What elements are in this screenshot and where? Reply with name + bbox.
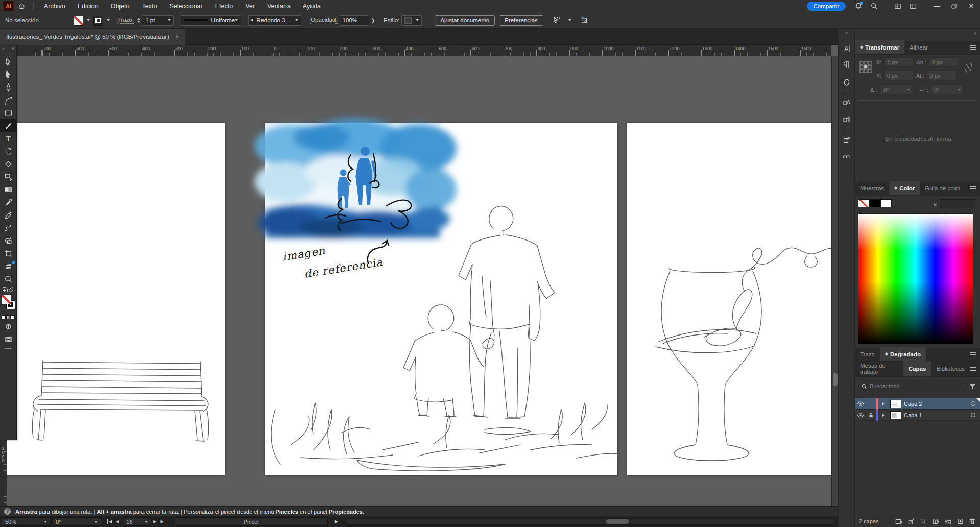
stroke-profile-select[interactable]: Uniforme: [181, 15, 241, 26]
color-mode-icon[interactable]: [2, 315, 6, 319]
strip-collapse-icon[interactable]: «: [839, 29, 854, 36]
direct-selection-tool[interactable]: [0, 68, 17, 81]
type-tool[interactable]: T: [0, 132, 17, 145]
preferences-button[interactable]: Preferencias: [499, 15, 543, 26]
screen-mode-button[interactable]: [0, 333, 17, 346]
hex-input[interactable]: [940, 199, 975, 208]
default-fill-stroke-icon[interactable]: [2, 286, 8, 293]
new-sublayer-icon[interactable]: [942, 516, 954, 526]
reference-point-grid-icon[interactable]: [859, 60, 872, 74]
filter-funnel-icon[interactable]: [969, 382, 976, 390]
artboard-tool[interactable]: [0, 247, 17, 260]
gradient-mode-icon[interactable]: [6, 315, 10, 319]
drawing-modes-button[interactable]: [0, 320, 17, 333]
document-tab-close-icon[interactable]: ×: [175, 33, 179, 40]
restore-button[interactable]: [945, 0, 963, 12]
dock-collapse-icon[interactable]: »: [855, 29, 980, 38]
toolbar-expand-icon[interactable]: »: [2, 46, 5, 51]
first-artboard-icon[interactable]: ◀: [107, 519, 112, 524]
opentype-panel-icon[interactable]: [839, 74, 855, 90]
notifications-bell-icon[interactable]: [853, 2, 864, 11]
tab-mesas-de-trabajo[interactable]: Mesas de trabajo: [855, 361, 903, 376]
layer-row-capa-1[interactable]: Capa 1: [855, 410, 980, 421]
rectangle-tool[interactable]: [0, 107, 17, 119]
toolbar-close-icon[interactable]: ×: [12, 46, 14, 51]
height-field[interactable]: 0 px: [927, 70, 957, 80]
vertical-scrollbar[interactable]: [831, 56, 838, 506]
opacity-value[interactable]: 100%: [340, 15, 369, 26]
shape-builder-tool[interactable]: [0, 234, 17, 247]
stroke-weight-label[interactable]: Trazo:: [117, 17, 134, 24]
delete-layer-icon[interactable]: [966, 516, 978, 526]
layer-target-circle[interactable]: [971, 413, 975, 417]
style-select[interactable]: [401, 15, 422, 26]
fill-swatch-none[interactable]: [2, 295, 11, 304]
menu-ayuda[interactable]: Ayuda: [303, 3, 321, 10]
artboard-1[interactable]: [7, 123, 225, 475]
menu-seleccionar[interactable]: Seleccionar: [169, 3, 202, 10]
edit-toolbar-icon[interactable]: •••: [0, 346, 16, 351]
tab-color[interactable]: Color: [889, 181, 920, 195]
stroke-color-swatch[interactable]: [93, 16, 103, 26]
layers-search-field[interactable]: Buscar todo: [858, 381, 962, 391]
gradient-panel-menu-icon[interactable]: [970, 352, 976, 357]
curvature-tool[interactable]: [0, 94, 17, 107]
toolbar-grip[interactable]: [0, 52, 16, 56]
layers-panel-menu-icon[interactable]: [970, 367, 976, 371]
horizontal-ruler[interactable]: 7006005004003002001000100200300400500600…: [7, 45, 831, 56]
none-swatch[interactable]: [858, 199, 869, 207]
collect-for-export-icon[interactable]: [905, 516, 917, 526]
fill-color-caret[interactable]: [83, 15, 90, 26]
isolate-selection-icon[interactable]: [552, 16, 563, 25]
rotate-tool[interactable]: [0, 145, 17, 158]
document-tab[interactable]: Ilustraciones_ Verdes Trigales.ai* @ 50 …: [0, 29, 185, 45]
workspace-switcher-icon[interactable]: [907, 2, 919, 11]
layer-thumbnail[interactable]: [890, 411, 901, 419]
share-button[interactable]: Compartir: [807, 2, 846, 11]
stroke-weight-value[interactable]: 1 pt: [142, 15, 174, 26]
canvas[interactable]: imagen de referencia: [7, 56, 831, 506]
artboard-2[interactable]: imagen de referencia: [265, 123, 617, 475]
vertical-scrollbar-handle[interactable]: [833, 373, 838, 386]
visibility-toggle[interactable]: [855, 398, 866, 410]
rotate-angle-select[interactable]: 0°: [880, 85, 913, 94]
make-artboard-icon[interactable]: [893, 516, 905, 526]
home-icon[interactable]: [16, 2, 27, 11]
opacity-expand-icon[interactable]: ❯: [371, 18, 375, 23]
tab-trazo[interactable]: Trazo: [855, 347, 880, 361]
menu-ventana[interactable]: Ventana: [267, 3, 291, 10]
arrange-documents-icon[interactable]: [892, 2, 903, 11]
black-swatch[interactable]: [869, 199, 880, 207]
swap-fill-stroke-icon[interactable]: [8, 286, 14, 293]
horizontal-scrollbar[interactable]: [345, 518, 836, 525]
expand-layer-chevron[interactable]: [878, 410, 888, 421]
comment-tool[interactable]: [0, 171, 17, 183]
export-panel-icon[interactable]: [839, 131, 855, 148]
menu-texto[interactable]: Texto: [142, 3, 157, 10]
fit-document-button[interactable]: Ajustar documento: [435, 15, 495, 26]
paintbrush-tool[interactable]: [0, 119, 17, 132]
previous-artboard-icon[interactable]: ◀: [116, 519, 119, 524]
fill-color-swatch[interactable]: [74, 16, 83, 26]
eraser-tool[interactable]: [0, 158, 17, 171]
menu-archivo[interactable]: Archivo: [44, 3, 65, 10]
white-swatch[interactable]: [880, 199, 892, 207]
color-spectrum[interactable]: [858, 213, 973, 344]
paragraph-styles-panel-icon[interactable]: [839, 111, 855, 128]
last-artboard-icon[interactable]: ▶: [160, 519, 165, 524]
pen-tool[interactable]: [0, 81, 17, 94]
character-panel-icon[interactable]: A: [839, 40, 855, 57]
isolate-selection-caret[interactable]: [565, 15, 572, 26]
rotation-select[interactable]: 0°: [52, 517, 101, 526]
expand-layer-chevron[interactable]: [878, 398, 888, 410]
visibility-toggle[interactable]: [855, 410, 866, 421]
menu-objeto[interactable]: Objeto: [111, 3, 130, 10]
next-artboard-icon[interactable]: ▶: [153, 519, 156, 524]
close-button[interactable]: ✕: [963, 0, 980, 12]
menu-ver[interactable]: Ver: [245, 3, 255, 10]
lock-toggle[interactable]: [866, 398, 876, 410]
tab-transformar[interactable]: Transformar: [855, 40, 904, 54]
tab-bibliotecas[interactable]: Bibliotecas: [931, 361, 970, 376]
blend-tool[interactable]: [0, 196, 17, 209]
stroke-weight-stepper[interactable]: [137, 18, 140, 23]
